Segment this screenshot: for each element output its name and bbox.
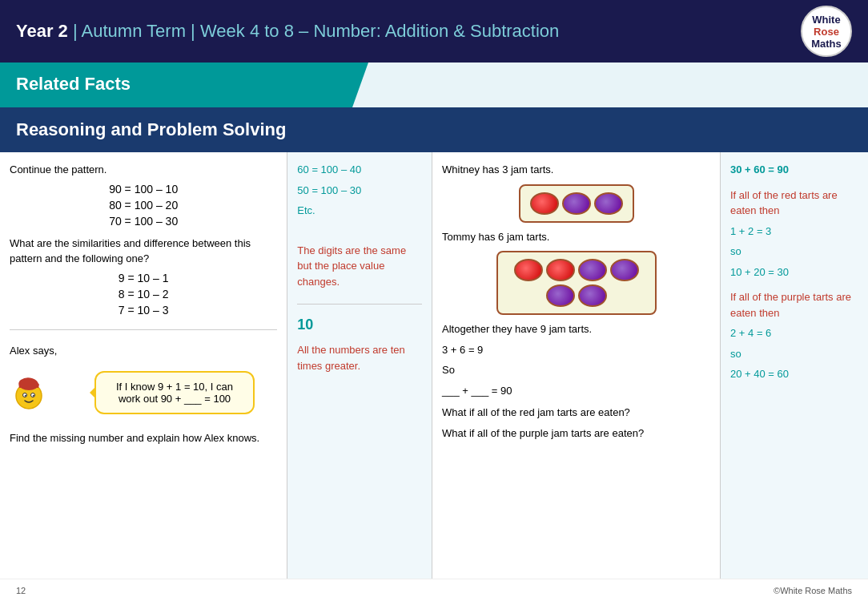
reasoning-banner: Reasoning and Problem Solving [0,107,868,152]
header-title: Year 2 | Autumn Term | Week 4 to 8 – Num… [16,21,559,42]
tommy-tray-container [496,251,657,315]
bubble-text: If I know 9 + 1 = 10, I can work out 90 … [116,381,233,405]
red-question: What if all of the red jam tarts are eat… [442,405,710,421]
math-line-1: 90 = 100 – 10 [10,183,277,196]
red-tart-2 [514,259,543,281]
left-section: Continue the pattern. 90 = 100 – 10 80 =… [0,152,432,579]
logo-rose-text: Rose [814,26,839,38]
total-text: Altogether they have 9 jam tarts. [442,321,710,337]
math-line-5: 8 = 10 – 2 [10,288,277,300]
left-answer-top: 60 = 100 – 40 50 = 100 – 30 Etc. The dig… [297,162,422,305]
svg-point-4 [33,395,34,397]
related-facts-label: Related Facts [16,74,131,94]
alex-says-label: Alex says, [10,343,277,359]
purple-question: What if all of the purple jam tarts are … [442,426,710,442]
header: Year 2 | Autumn Term | Week 4 to 8 – Num… [0,0,868,63]
left-problem-top: Continue the pattern. 90 = 100 – 10 80 =… [10,162,277,330]
whitney-intro: Whitney has 3 jam tarts. [442,162,710,178]
svg-point-2 [31,393,35,397]
whitney-tray [442,184,710,223]
right-answer-eq3: 10 + 20 = 30 [730,264,858,280]
tommy-tray [442,251,710,315]
left-problem-col: Continue the pattern. 90 = 100 – 10 80 =… [0,152,287,579]
svg-point-1 [23,393,27,397]
math-line-2: 80 = 100 – 20 [10,199,277,212]
main-content: Continue the pattern. 90 = 100 – 10 80 =… [0,152,868,579]
answer-line-3: Etc. [297,203,422,219]
eq1-text: 3 + 6 = 9 [442,342,710,358]
purple-tart-3 [578,259,607,281]
find-missing-instruction: Find the missing number and explain how … [10,430,277,446]
answer-line-1: 60 = 100 – 40 [297,162,422,178]
right-answer-text3: If all of the purple tarts are eaten the… [730,289,858,321]
math-line-6: 7 = 10 – 3 [10,304,277,317]
wrm-logo: White Rose Maths [801,6,852,57]
whitney-tray-container [519,184,634,223]
similarities-question: What are the similarities and difference… [10,236,277,267]
right-answer-text1: If all of the red tarts are eaten then [730,188,858,219]
purple-tart-5 [546,284,575,307]
purple-tart-1 [562,192,591,215]
logo-white-text: White [812,14,840,26]
math-line-3: 70 = 100 – 30 [10,215,277,228]
logo-maths-text: Maths [811,38,842,50]
related-facts-row: Related Facts [0,63,868,107]
svg-point-3 [25,395,26,397]
right-answer-text4: so [730,346,858,362]
continue-pattern-label: Continue the pattern. [10,162,277,178]
right-section: Whitney has 3 jam tarts. Tommy has 6 jam… [432,152,868,579]
left-answer-col: 60 = 100 – 40 50 = 100 – 30 Etc. The dig… [287,152,432,579]
header-subtitle: | Autumn Term | Week 4 to 8 – Number: Ad… [68,21,560,41]
right-answer-eq5: 20 + 40 = 60 [730,366,858,382]
year-label: Year 2 [16,21,68,41]
right-answer-eq1: 30 + 60 = 90 [730,162,858,178]
left-problem-bottom: Alex says, If I kn [10,340,277,446]
purple-tart-6 [578,284,607,307]
page-number: 12 [16,586,26,595]
answer-digits-text: The digits are the same but the place va… [297,243,422,290]
purple-tart-4 [610,259,639,281]
red-tart-3 [546,259,575,281]
eq2-text: So [442,362,710,378]
red-tart-1 [530,192,559,215]
footer: 12 ©White Rose Maths [0,579,868,601]
answer-ten-times: All the numbers are ten times greater. [297,342,422,373]
eq3-text: ___ + ___ = 90 [442,383,710,399]
right-answer-text2: so [730,244,858,260]
footer-copyright: ©White Rose Maths [774,586,852,595]
speech-bubble: If I know 9 + 1 = 10, I can work out 90 … [94,371,255,414]
left-answer-bottom: 10 All the numbers are ten times greater… [297,314,422,373]
math-line-4: 9 = 10 – 1 [10,272,277,284]
reasoning-label: Reasoning and Problem Solving [16,119,286,140]
alex-row: If I know 9 + 1 = 10, I can work out 90 … [10,363,277,422]
answer-number: 10 [297,314,422,336]
tommy-intro: Tommy has 6 jam tarts. [442,229,710,245]
right-answer-eq4: 2 + 4 = 6 [730,325,858,341]
answer-line-2: 50 = 100 – 30 [297,183,422,199]
purple-tart-2 [594,192,623,215]
alex-avatar [10,373,48,412]
right-answer-col: 30 + 60 = 90 If all of the red tarts are… [721,152,868,579]
right-answer-eq2: 1 + 2 = 3 [730,224,858,240]
related-facts-banner: Related Facts [0,63,400,107]
right-problem-col: Whitney has 3 jam tarts. Tommy has 6 jam… [432,152,721,579]
